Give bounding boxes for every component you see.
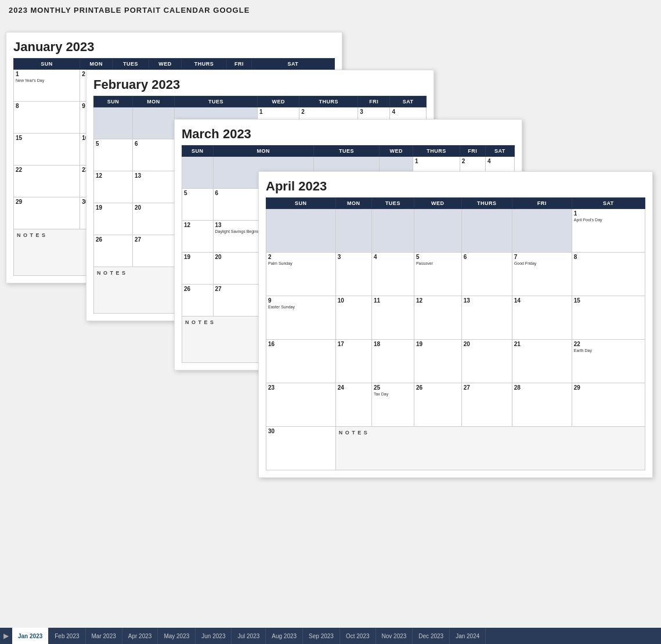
table-row: 27 [461, 383, 512, 427]
mar-header-thu: THURS [413, 146, 460, 157]
table-row: 6 [132, 139, 174, 171]
february-title: February 2023 [93, 77, 427, 92]
table-row: 16 17 18 19 20 21 22Earth Day [266, 340, 645, 383]
notes-label: N O T E S [335, 427, 645, 470]
table-row: 1New Year's Day [14, 70, 80, 102]
table-row: 1April Fool's Day [572, 209, 645, 253]
mar-header-fri: FRI [460, 146, 485, 157]
table-row: 19 [182, 253, 214, 285]
apr-header-sat: SAT [572, 198, 645, 209]
table-row: 9Easter Sunday [266, 296, 336, 340]
table-row: 6 [461, 253, 512, 296]
page-title: 2023 MONTHLY PRINTABLE PORTAIT CALENDAR … [9, 6, 652, 15]
table-row: 28 [512, 383, 572, 427]
table-row [371, 209, 414, 253]
apr-header-wed: WED [414, 198, 461, 209]
table-row: 19 [94, 203, 133, 235]
table-row: 5Passover [414, 253, 461, 296]
tab-bar: ▶ Jan 2023 Feb 2023 Mar 2023 Apr 2023 Ma… [0, 628, 661, 644]
tab-feb-2023[interactable]: Feb 2023 [49, 628, 85, 644]
jan-header-sat: SAT [251, 59, 334, 70]
table-row: 11 [371, 296, 414, 340]
table-row [461, 209, 512, 253]
tab-may-2023[interactable]: May 2023 [158, 628, 196, 644]
march-title: March 2023 [182, 127, 515, 142]
feb-header-mon: MON [132, 96, 174, 107]
main-container: 2023 MONTHLY PRINTABLE PORTAIT CALENDAR … [0, 0, 661, 644]
apr-header-thu: THURS [461, 198, 512, 209]
tab-oct-2023[interactable]: Oct 2023 [340, 628, 376, 644]
tab-sep-2023[interactable]: Sep 2023 [303, 628, 340, 644]
table-row: 5 [94, 139, 133, 171]
table-row: 1April Fool's Day [266, 209, 645, 253]
table-row: 29 [572, 383, 645, 427]
jan-header-sun: SUN [14, 59, 80, 70]
table-row [414, 209, 461, 253]
april-grid: SUN MON TUES WED THURS FRI SAT 1 [266, 197, 645, 470]
tab-nov-2023[interactable]: Nov 2023 [376, 628, 413, 644]
tab-apr-2023[interactable]: Apr 2023 [122, 628, 158, 644]
table-row: 8 [14, 102, 80, 134]
table-row: 25Tax Day [371, 383, 414, 427]
table-row: 26 [414, 383, 461, 427]
table-row [94, 107, 133, 139]
table-row [266, 209, 336, 253]
tab-dec-2023[interactable]: Dec 2023 [413, 628, 450, 644]
mar-header-wed: WED [380, 146, 413, 157]
table-row: 30 [266, 427, 336, 470]
table-row: 12 [182, 221, 214, 253]
feb-header-wed: WED [258, 96, 299, 107]
table-row: 8 [572, 253, 645, 296]
apr-header-mon: MON [335, 198, 371, 209]
table-row: 16 [266, 340, 336, 383]
tab-scroll-left[interactable]: ▶ [0, 632, 12, 640]
table-row: 12 [414, 296, 461, 340]
feb-header-sat: SAT [390, 96, 427, 107]
table-row: 10 [335, 296, 371, 340]
table-row [132, 107, 174, 139]
table-row: 2Palm Sunday [266, 253, 336, 296]
table-row: 4 [371, 253, 414, 296]
feb-header-tue: TUES [175, 96, 258, 107]
table-row: 18 [371, 340, 414, 383]
table-row: 2Palm Sunday 3 4 5Passover 6 7Good Frida… [266, 253, 645, 296]
mar-header-sat: SAT [485, 146, 514, 157]
table-row: 20 [132, 203, 174, 235]
table-row: 15 [14, 134, 80, 166]
table-row: 30 N O T E S [266, 427, 645, 470]
table-row [335, 209, 371, 253]
tab-jan-2024[interactable]: Jan 2024 [450, 628, 486, 644]
tab-jan-2023[interactable]: Jan 2023 [12, 628, 49, 644]
jan-header-wed: WED [149, 59, 182, 70]
table-row: 17 [335, 340, 371, 383]
tab-jun-2023[interactable]: Jun 2023 [196, 628, 232, 644]
table-row: 13 [132, 171, 174, 203]
jan-header-mon: MON [80, 59, 113, 70]
jan-header-thu: THURS [181, 59, 226, 70]
april-title: April 2023 [266, 179, 645, 194]
tab-aug-2023[interactable]: Aug 2023 [266, 628, 303, 644]
april-calendar: April 2023 SUN MON TUES WED THURS FRI SA… [258, 171, 653, 478]
jan-header-fri: FRI [227, 59, 252, 70]
feb-header-fri: FRI [358, 96, 390, 107]
table-row: 24 [335, 383, 371, 427]
apr-header-tue: TUES [371, 198, 414, 209]
table-row: 12 [94, 171, 133, 203]
january-title: January 2023 [13, 39, 335, 55]
table-row: 19 [414, 340, 461, 383]
apr-header-fri: FRI [512, 198, 572, 209]
table-row: 26 [94, 235, 133, 267]
mar-header-tue: TUES [313, 146, 380, 157]
table-row: 7Good Friday [512, 253, 572, 296]
mar-header-sun: SUN [182, 146, 214, 157]
table-row: 21 [512, 340, 572, 383]
feb-header-sun: SUN [94, 96, 133, 107]
tab-mar-2023[interactable]: Mar 2023 [86, 628, 122, 644]
tab-jul-2023[interactable]: Jul 2023 [232, 628, 266, 644]
table-row: 26 [182, 285, 214, 316]
mar-header-mon: MON [213, 146, 313, 157]
table-row: 23 24 25Tax Day 26 27 28 29 [266, 383, 645, 427]
table-row: 14 [512, 296, 572, 340]
table-row [512, 209, 572, 253]
table-row: 5 [182, 189, 214, 221]
